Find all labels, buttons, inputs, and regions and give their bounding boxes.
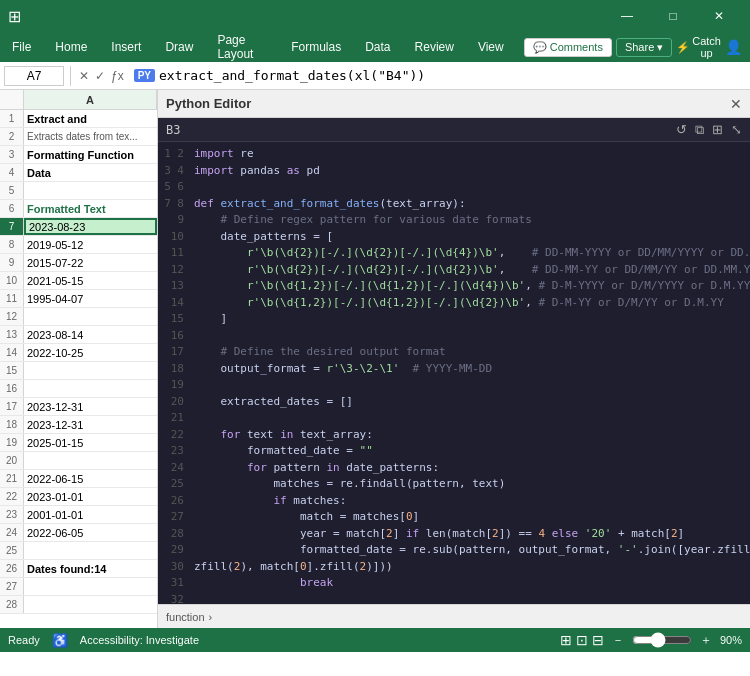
cell-a15[interactable] <box>24 362 157 379</box>
line-numbers: 1 2 3 4 5 6 7 8 9 10 11 12 13 14 15 16 1… <box>158 142 188 604</box>
row-number: 6 <box>0 200 24 217</box>
minimize-button[interactable]: — <box>604 0 650 32</box>
cell-a17[interactable]: 2023-12-31 <box>24 398 157 415</box>
table-row: 4 Data <box>0 164 157 182</box>
cell-a5[interactable] <box>24 182 157 199</box>
cell-a9[interactable]: 2015-07-22 <box>24 254 157 271</box>
tab-formulas[interactable]: Formulas <box>279 32 353 62</box>
table-row: 14 2022-10-25 <box>0 344 157 362</box>
editor-header: Python Editor ✕ <box>158 90 750 118</box>
cell-a26[interactable]: Dates found:14 <box>24 560 157 577</box>
close-button[interactable]: ✕ <box>696 0 742 32</box>
comment-icon: 💬 <box>533 41 547 54</box>
row-number: 5 <box>0 182 24 199</box>
tab-insert[interactable]: Insert <box>99 32 153 62</box>
excel-icon: ⊞ <box>8 7 21 26</box>
ribbon: File Home Insert Draw Page Layout Formul… <box>0 32 750 62</box>
cell-a11[interactable]: 1995-04-07 <box>24 290 157 307</box>
cell-a21[interactable]: 2022-06-15 <box>24 470 157 487</box>
spreadsheet-rows: 1 Extract and 2 Extracts dates from tex.… <box>0 110 157 614</box>
row-number: 14 <box>0 344 24 361</box>
cell-a20[interactable] <box>24 452 157 469</box>
function-bar: function › <box>158 604 750 628</box>
zoom-out-icon: － <box>612 632 624 649</box>
copy-code-button[interactable]: ⧉ <box>695 122 704 138</box>
cell-a6[interactable]: Formatted Text <box>24 200 157 217</box>
table-row: 19 2025-01-15 <box>0 434 157 452</box>
row-number: 8 <box>0 236 24 253</box>
close-editor-button[interactable]: ✕ <box>730 96 742 112</box>
cell-a18[interactable]: 2023-12-31 <box>24 416 157 433</box>
row-number: 3 <box>0 146 24 163</box>
cell-a22[interactable]: 2023-01-01 <box>24 488 157 505</box>
table-row: 18 2023-12-31 <box>0 416 157 434</box>
zoom-slider[interactable] <box>632 632 692 648</box>
row-number: 17 <box>0 398 24 415</box>
formula-input[interactable] <box>159 68 746 83</box>
page-layout-view-button[interactable]: ⊡ <box>576 632 588 648</box>
row-number: 23 <box>0 506 24 523</box>
catchup-button[interactable]: ⚡ Catch up <box>676 35 721 59</box>
editor-cell-label: B3 <box>166 123 180 137</box>
status-bar: Ready ♿ Accessibility: Investigate ⊞ ⊡ ⊟… <box>0 628 750 652</box>
tab-home[interactable]: Home <box>43 32 99 62</box>
row-number: 27 <box>0 578 24 595</box>
code-editor[interactable]: import re import pandas as pd def extrac… <box>188 142 750 604</box>
cancel-formula-button[interactable]: ✕ <box>77 69 91 83</box>
undo-button[interactable]: ↺ <box>676 122 687 138</box>
table-row: 17 2023-12-31 <box>0 398 157 416</box>
cell-a7[interactable]: 2023-08-23 <box>24 218 157 235</box>
cell-a16[interactable] <box>24 380 157 397</box>
tab-data[interactable]: Data <box>353 32 402 62</box>
confirm-formula-button[interactable]: ✓ <box>93 69 107 83</box>
table-row: 21 2022-06-15 <box>0 470 157 488</box>
row-number: 28 <box>0 596 24 613</box>
expand-editor-button[interactable]: ⤡ <box>731 122 742 138</box>
row-number: 13 <box>0 326 24 343</box>
cell-a12[interactable] <box>24 308 157 325</box>
cell-a25[interactable] <box>24 542 157 559</box>
user-icon[interactable]: 👤 <box>725 39 742 55</box>
normal-view-button[interactable]: ⊞ <box>560 632 572 648</box>
main-content: A 1 Extract and 2 Extracts dates from te… <box>0 90 750 628</box>
separator <box>70 66 71 86</box>
cell-a24[interactable]: 2022-06-05 <box>24 524 157 541</box>
table-row: 16 <box>0 380 157 398</box>
comments-button[interactable]: 💬 Comments <box>524 38 612 57</box>
ribbon-actions: 💬 Comments Share ▾ ⚡ Catch up 👤 <box>516 32 750 62</box>
tab-file[interactable]: File <box>0 32 43 62</box>
cell-a2[interactable]: Extracts dates from tex... <box>24 128 157 145</box>
insert-function-button[interactable]: ƒx <box>109 69 126 83</box>
cell-a19[interactable]: 2025-01-15 <box>24 434 157 451</box>
cell-a1[interactable]: Extract and <box>24 110 157 127</box>
share-button[interactable]: Share ▾ <box>616 38 672 57</box>
cell-a27[interactable] <box>24 578 157 595</box>
cell-a10[interactable]: 2021-05-15 <box>24 272 157 289</box>
cell-a28[interactable] <box>24 596 157 613</box>
cell-a23[interactable]: 2001-01-01 <box>24 506 157 523</box>
row-number: 7 <box>0 218 24 235</box>
cell-a8[interactable]: 2019-05-12 <box>24 236 157 253</box>
tab-view[interactable]: View <box>466 32 516 62</box>
row-number: 16 <box>0 380 24 397</box>
tab-draw[interactable]: Draw <box>153 32 205 62</box>
cell-reference-input[interactable] <box>4 66 64 86</box>
function-label: function <box>166 611 205 623</box>
accessibility-icon: ♿ <box>52 633 68 648</box>
insert-code-button[interactable]: ⊞ <box>712 122 723 138</box>
maximize-button[interactable]: □ <box>650 0 696 32</box>
cell-a3[interactable]: Formatting Function <box>24 146 157 163</box>
editor-header-buttons: ✕ <box>730 96 742 112</box>
table-row: 9 2015-07-22 <box>0 254 157 272</box>
status-right: ⊞ ⊡ ⊟ － ＋ 90% <box>560 632 742 649</box>
cell-a14[interactable]: 2022-10-25 <box>24 344 157 361</box>
row-number: 1 <box>0 110 24 127</box>
tab-page-layout[interactable]: Page Layout <box>205 32 279 62</box>
tab-review[interactable]: Review <box>403 32 466 62</box>
cell-a4[interactable]: Data <box>24 164 157 181</box>
table-row: 24 2022-06-05 <box>0 524 157 542</box>
table-row: 2 Extracts dates from tex... <box>0 128 157 146</box>
cell-a13[interactable]: 2023-08-14 <box>24 326 157 343</box>
page-break-view-button[interactable]: ⊟ <box>592 632 604 648</box>
spreadsheet-panel: A 1 Extract and 2 Extracts dates from te… <box>0 90 158 628</box>
